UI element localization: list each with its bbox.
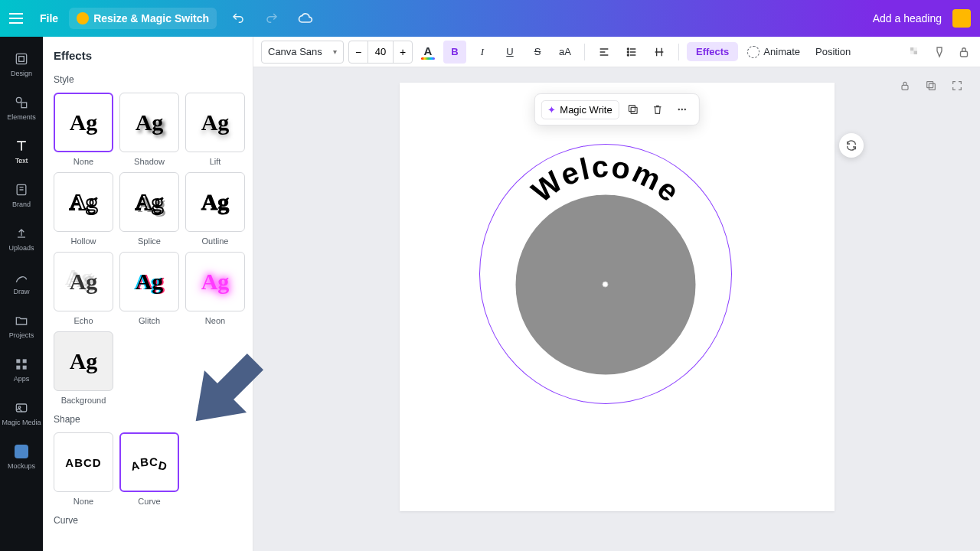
svg-point-15 (627, 54, 629, 56)
effect-hollow[interactable]: AgHollow (54, 172, 113, 246)
shape-section-title: Shape (54, 414, 242, 425)
effect-none[interactable]: AgNone (54, 93, 113, 166)
rail-draw[interactable]: Draw (0, 262, 43, 302)
effect-lift[interactable]: AgLift (185, 93, 245, 166)
design-title[interactable]: Add a heading (873, 12, 942, 24)
main-menu-icon[interactable] (9, 8, 29, 28)
toolbar-separator (678, 44, 679, 60)
page-lock-icon[interactable] (897, 78, 913, 93)
effect-neon[interactable]: AgNeon (185, 252, 245, 325)
transparency-button[interactable] (906, 44, 923, 60)
shape-none[interactable]: ABCDNone (54, 432, 113, 506)
selection-floating-toolbar: ✦ Magic Write (534, 93, 699, 126)
svg-rect-18 (910, 51, 914, 54)
undo-button[interactable] (226, 6, 250, 31)
file-menu[interactable]: File (40, 12, 58, 24)
rail-mockups[interactable]: Mockups (0, 437, 43, 476)
canvas-area[interactable]: ✦ Magic Write Welcome (253, 67, 980, 551)
lock-button[interactable] (956, 44, 972, 60)
rail-magic-media[interactable]: Magic Media (0, 393, 43, 432)
effect-background[interactable]: AgBackground (54, 331, 113, 405)
font-size-input[interactable] (368, 41, 394, 63)
svg-rect-5 (16, 359, 20, 363)
regenerate-button[interactable] (839, 133, 864, 158)
svg-point-27 (681, 109, 682, 110)
rail-text[interactable]: Text (0, 132, 43, 171)
svg-rect-17 (914, 47, 918, 51)
italic-button[interactable]: I (471, 41, 494, 64)
chevron-down-icon: ▾ (333, 47, 337, 56)
crown-spark-icon (77, 12, 89, 24)
effect-shadow[interactable]: AgShadow (119, 93, 179, 166)
svg-point-26 (678, 109, 679, 110)
toolbar-separator (584, 44, 585, 60)
design-page[interactable]: ✦ Magic Write Welcome (400, 83, 835, 511)
delete-element-button[interactable] (647, 99, 668, 120)
svg-rect-0 (16, 54, 26, 64)
effect-splice[interactable]: AgSplice (119, 172, 179, 246)
rail-uploads[interactable]: Uploads (0, 219, 43, 258)
effects-button[interactable]: Effects (687, 42, 738, 61)
more-options-button[interactable] (671, 99, 693, 120)
font-size-increase[interactable]: + (394, 41, 412, 63)
font-size-decrease[interactable]: − (349, 41, 368, 63)
strikethrough-button[interactable]: S (526, 41, 549, 64)
panel-title: Effects (54, 49, 242, 62)
svg-rect-7 (16, 366, 20, 370)
rail-apps[interactable]: Apps (0, 350, 43, 389)
effect-echo[interactable]: AgEcho (54, 252, 113, 325)
magic-write-button[interactable]: ✦ Magic Write (541, 100, 619, 119)
expand-page-icon[interactable] (949, 78, 965, 93)
shape-curve[interactable]: ABCDCurve (119, 432, 179, 506)
rail-projects[interactable]: Projects (0, 306, 43, 345)
rotation-handle[interactable] (603, 282, 609, 288)
svg-point-2 (16, 97, 21, 103)
mockups-icon (15, 445, 28, 458)
svg-point-28 (684, 109, 685, 110)
animate-icon (747, 46, 760, 58)
svg-rect-1 (19, 57, 24, 62)
svg-rect-20 (961, 51, 968, 57)
redo-button[interactable] (260, 6, 284, 31)
align-button[interactable] (593, 41, 616, 64)
font-family-dropdown[interactable]: Canva Sans ▾ (261, 41, 344, 64)
resize-magic-switch-button[interactable]: Resize & Magic Switch (69, 8, 217, 29)
duplicate-element-button[interactable] (622, 99, 644, 120)
rail-brand[interactable]: Brand (0, 175, 43, 214)
svg-rect-23 (927, 82, 933, 88)
rail-elements[interactable]: Elements (0, 88, 43, 127)
svg-rect-25 (629, 106, 635, 112)
circle-shape-element[interactable] (515, 194, 695, 374)
cloud-sync-icon[interactable] (293, 6, 318, 31)
text-case-button[interactable]: aA (554, 41, 577, 64)
text-color-button[interactable]: A (417, 41, 439, 63)
svg-rect-6 (23, 359, 27, 363)
svg-rect-19 (914, 51, 918, 54)
list-button[interactable] (620, 41, 643, 64)
effect-outline[interactable]: AgOutline (185, 172, 245, 246)
svg-rect-16 (910, 47, 914, 51)
svg-rect-22 (929, 83, 935, 90)
top-menu-bar: File Resize & Magic Switch Add a heading (0, 0, 980, 37)
text-selection-bounds[interactable]: Welcome (479, 144, 732, 404)
position-button[interactable]: Position (809, 46, 857, 57)
svg-point-13 (627, 48, 629, 50)
font-size-control: − + (348, 41, 413, 64)
svg-point-14 (627, 51, 629, 53)
left-tool-rail: Design Elements Text Brand Uploads Draw … (0, 37, 43, 551)
bold-button[interactable]: B (443, 41, 466, 64)
svg-rect-21 (902, 85, 908, 90)
rail-design[interactable]: Design (0, 44, 43, 83)
animate-button[interactable]: Animate (743, 46, 805, 58)
pro-crown-icon[interactable] (952, 9, 971, 28)
copy-style-button[interactable] (931, 44, 948, 60)
svg-rect-8 (23, 366, 27, 370)
wand-icon: ✦ (547, 104, 556, 116)
style-section-title: Style (54, 74, 242, 85)
effect-glitch[interactable]: AgGlitch (119, 252, 179, 325)
spacing-button[interactable] (648, 41, 671, 64)
duplicate-page-icon[interactable] (923, 78, 939, 93)
curve-section-title: Curve (54, 515, 242, 526)
underline-button[interactable]: U (498, 41, 521, 64)
svg-rect-3 (21, 103, 27, 108)
